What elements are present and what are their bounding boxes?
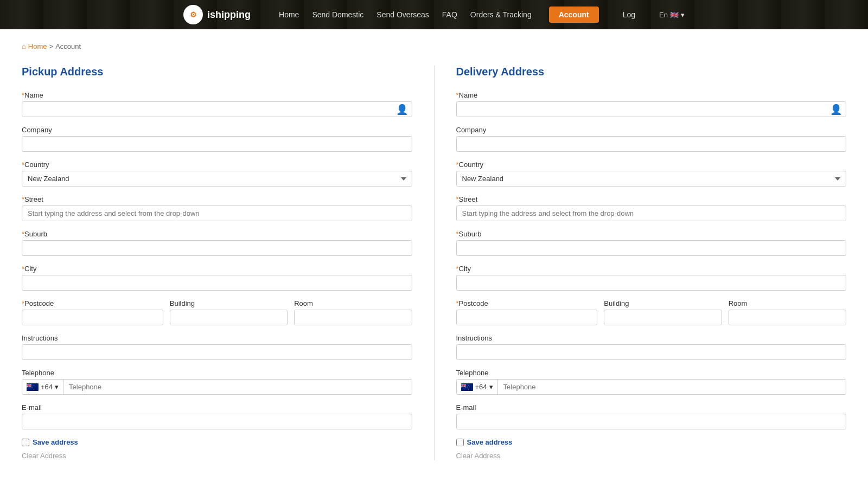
delivery-country-group: *Country New Zealand Australia United St… bbox=[456, 160, 847, 187]
delivery-instructions-input[interactable] bbox=[456, 344, 847, 360]
delivery-building-group: Building bbox=[604, 299, 722, 325]
delivery-building-label: Building bbox=[604, 299, 722, 307]
delivery-company-label: Company bbox=[456, 126, 847, 134]
logo-text: ishipping bbox=[207, 9, 251, 21]
delivery-city-input[interactable] bbox=[456, 275, 847, 291]
pickup-save-label[interactable]: Save address bbox=[33, 438, 78, 446]
pickup-building-label: Building bbox=[170, 299, 288, 307]
nz-flag-icon bbox=[27, 383, 39, 391]
delivery-company-input[interactable] bbox=[456, 136, 847, 152]
pickup-country-group: *Country New Zealand Australia United St… bbox=[22, 160, 412, 187]
pickup-clear-button[interactable]: Clear Address bbox=[22, 452, 66, 460]
delivery-save-label[interactable]: Save address bbox=[467, 438, 513, 446]
delivery-room-group: Room bbox=[729, 299, 846, 325]
pickup-tel-input[interactable] bbox=[63, 380, 411, 394]
breadcrumb-home[interactable]: Home bbox=[28, 42, 47, 50]
delivery-telephone-group: Telephone +64 ▾ bbox=[456, 369, 847, 395]
delivery-postcode-input[interactable] bbox=[456, 310, 598, 325]
delivery-title: Delivery Address bbox=[456, 66, 847, 78]
pickup-name-wrapper: 👤 bbox=[22, 101, 412, 117]
nav-send-domestic[interactable]: Send Domestic bbox=[312, 10, 363, 19]
delivery-email-label: E-mail bbox=[456, 403, 847, 412]
pickup-save-checkbox[interactable] bbox=[22, 439, 29, 446]
delivery-tel-wrapper: +64 ▾ bbox=[456, 379, 847, 395]
delivery-clear-button[interactable]: Clear Address bbox=[456, 452, 501, 460]
delivery-address-section: Delivery Address *Name 👤 Company *Cou bbox=[434, 66, 847, 460]
pickup-telephone-label: Telephone bbox=[22, 369, 412, 377]
pickup-city-label: *City bbox=[22, 265, 412, 273]
account-button[interactable]: Account bbox=[549, 7, 599, 23]
pickup-postcode-label: *Postcode bbox=[22, 299, 163, 307]
delivery-contact-book-icon[interactable]: 👤 bbox=[830, 104, 842, 115]
delivery-tel-prefix[interactable]: +64 ▾ bbox=[457, 380, 498, 394]
breadcrumb-current: Account bbox=[55, 42, 81, 50]
delivery-save-checkbox[interactable] bbox=[456, 439, 464, 446]
pickup-country-select[interactable]: New Zealand Australia United States bbox=[22, 171, 412, 187]
pickup-room-input[interactable] bbox=[294, 310, 412, 325]
delivery-instructions-label: Instructions bbox=[456, 334, 847, 342]
pickup-city-input[interactable] bbox=[22, 275, 412, 291]
pickup-street-input[interactable] bbox=[22, 206, 412, 221]
pickup-instructions-group: Instructions bbox=[22, 334, 412, 360]
log-button[interactable]: Log bbox=[616, 7, 642, 23]
pickup-email-input[interactable] bbox=[22, 414, 412, 429]
delivery-row3: *Postcode Building Room bbox=[456, 299, 847, 334]
delivery-name-group: *Name 👤 bbox=[456, 91, 847, 117]
contact-book-icon[interactable]: 👤 bbox=[396, 104, 408, 115]
pickup-tel-prefix[interactable]: +64 ▾ bbox=[22, 380, 63, 394]
delivery-room-label: Room bbox=[729, 299, 846, 307]
form-columns: Pickup Address *Name 👤 Company *Count bbox=[22, 66, 846, 460]
delivery-street-group: *Street bbox=[456, 195, 847, 221]
nav-faq[interactable]: FAQ bbox=[442, 10, 457, 19]
pickup-company-input[interactable] bbox=[22, 136, 412, 152]
language-selector[interactable]: En 🇬🇧 ▾ bbox=[659, 11, 685, 19]
breadcrumb-separator: > bbox=[49, 42, 54, 50]
logo[interactable]: ⚙ ishipping bbox=[183, 5, 251, 24]
pickup-street-label: *Street bbox=[22, 195, 412, 203]
pickup-tel-code: +64 bbox=[41, 383, 53, 391]
nav-send-overseas[interactable]: Send Overseas bbox=[376, 10, 429, 19]
delivery-city-label: *City bbox=[456, 265, 847, 273]
delivery-country-label: *Country bbox=[456, 160, 847, 169]
pickup-suburb-label: *Suburb bbox=[22, 230, 412, 238]
pickup-room-group: Room bbox=[294, 299, 412, 325]
delivery-building-input[interactable] bbox=[604, 310, 722, 325]
nav-home[interactable]: Home bbox=[279, 10, 299, 19]
pickup-suburb-input[interactable] bbox=[22, 240, 412, 256]
delivery-suburb-input[interactable] bbox=[456, 240, 847, 256]
delivery-country-select[interactable]: New Zealand Australia United States bbox=[456, 171, 847, 187]
pickup-instructions-input[interactable] bbox=[22, 344, 412, 360]
pickup-company-label: Company bbox=[22, 126, 412, 134]
pickup-name-input[interactable] bbox=[22, 101, 412, 117]
delivery-street-input[interactable] bbox=[456, 206, 847, 221]
delivery-room-input[interactable] bbox=[729, 310, 846, 325]
pickup-save-row: Save address bbox=[22, 438, 412, 446]
pickup-room-label: Room bbox=[294, 299, 412, 307]
delivery-city-group: *City bbox=[456, 265, 847, 291]
delivery-tel-input[interactable] bbox=[498, 380, 846, 394]
delivery-telephone-label: Telephone bbox=[456, 369, 847, 377]
delivery-street-label: *Street bbox=[456, 195, 847, 203]
delivery-postcode-label: *Postcode bbox=[456, 299, 598, 307]
pickup-company-group: Company bbox=[22, 126, 412, 152]
pickup-postcode-group: *Postcode bbox=[22, 299, 163, 325]
navbar: ⚙ ishipping Home Send Domestic Send Over… bbox=[0, 0, 868, 29]
nav-links: Home Send Domestic Send Overseas FAQ Ord… bbox=[279, 10, 532, 19]
pickup-email-group: E-mail bbox=[22, 403, 412, 429]
breadcrumb: ⌂ Home > Account bbox=[22, 42, 846, 50]
chevron-down-icon: ▾ bbox=[681, 11, 685, 19]
pickup-telephone-group: Telephone +64 ▾ bbox=[22, 369, 412, 395]
pickup-country-label: *Country bbox=[22, 160, 412, 169]
pickup-city-group: *City bbox=[22, 265, 412, 291]
delivery-name-label: *Name bbox=[456, 91, 847, 99]
delivery-suburb-group: *Suburb bbox=[456, 230, 847, 256]
pickup-name-label: *Name bbox=[22, 91, 412, 99]
nav-orders[interactable]: Orders & Tracking bbox=[470, 10, 532, 19]
delivery-email-input[interactable] bbox=[456, 414, 847, 429]
pickup-postcode-input[interactable] bbox=[22, 310, 163, 325]
delivery-name-input[interactable] bbox=[456, 101, 847, 117]
delivery-tel-chevron: ▾ bbox=[489, 383, 493, 391]
pickup-building-group: Building bbox=[170, 299, 288, 325]
pickup-building-input[interactable] bbox=[170, 310, 288, 325]
delivery-email-group: E-mail bbox=[456, 403, 847, 429]
